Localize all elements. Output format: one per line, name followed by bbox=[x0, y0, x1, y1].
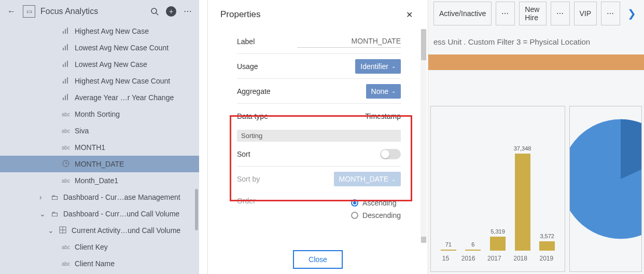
bar-value-label: 3,572 bbox=[540, 233, 554, 239]
filter-chip[interactable]: VIP bbox=[574, 2, 597, 25]
tree-item[interactable]: Average Year …r Year Change bbox=[0, 89, 199, 106]
tree: Highest Avg New CaseLowest Avg New Case … bbox=[0, 23, 199, 274]
order-desc-option[interactable]: Descending bbox=[351, 209, 401, 222]
prop-aggregate-row: Aggregate None ⌄ bbox=[237, 79, 401, 104]
tree-item-label: Current Activity…und Call Volume bbox=[72, 226, 180, 235]
svg-rect-11 bbox=[63, 81, 64, 84]
svg-rect-14 bbox=[63, 98, 64, 100]
order-field-label: Order bbox=[237, 197, 351, 205]
scroll-right-icon[interactable]: ❯ bbox=[624, 6, 639, 21]
sort-toggle[interactable] bbox=[380, 149, 401, 159]
filter-chip-more[interactable]: ⋯ bbox=[551, 2, 570, 25]
tree-item[interactable]: MONTH_DATE bbox=[0, 156, 199, 172]
close-button[interactable]: Close bbox=[293, 250, 343, 269]
usage-field-label: Usage bbox=[237, 62, 355, 71]
filter-chip-more[interactable]: ⋯ bbox=[601, 2, 620, 25]
measure-icon bbox=[61, 77, 71, 85]
usage-dropdown[interactable]: Identifier ⌄ bbox=[355, 59, 401, 74]
close-icon[interactable]: ✕ bbox=[403, 8, 415, 21]
chart-bar bbox=[465, 250, 481, 251]
tree-item-label: Lowest Avg New Case Count bbox=[75, 44, 169, 52]
svg-rect-10 bbox=[67, 61, 68, 67]
svg-rect-9 bbox=[65, 62, 66, 67]
tree-item[interactable]: Lowest Avg New Case Count bbox=[0, 39, 199, 56]
tree-item[interactable]: abcSiva bbox=[0, 122, 199, 139]
content-area: Active/Inactive⋯New Hire⋯VIP⋯ ❯ ess Unit… bbox=[428, 0, 644, 274]
aggregate-dropdown[interactable]: None ⌄ bbox=[366, 84, 401, 99]
tree-item[interactable]: Lowest Avg New Case bbox=[0, 56, 199, 73]
chevron-icon: ⌄ bbox=[48, 226, 55, 235]
module-icon: ▭ bbox=[23, 5, 35, 18]
sorting-section-header: Sorting bbox=[237, 130, 401, 142]
tree-item[interactable]: abcMonth_Date1 bbox=[0, 172, 199, 189]
filter-summary: ess Unit . Custom Filter 3 = Physical Lo… bbox=[428, 27, 644, 51]
filter-chip-more[interactable]: ⋯ bbox=[496, 2, 515, 25]
tree-item[interactable]: abcMonth Sorting bbox=[0, 106, 199, 122]
more-icon: ⋯ bbox=[501, 9, 509, 18]
modal-header: Properties ✕ bbox=[208, 0, 428, 29]
filter-bar: Active/Inactive⋯New Hire⋯VIP⋯ ❯ bbox=[428, 0, 644, 27]
filter-chip[interactable]: New Hire bbox=[519, 2, 546, 25]
grid-icon bbox=[59, 226, 67, 235]
label-input[interactable] bbox=[297, 35, 401, 48]
order-asc-option[interactable]: Ascending bbox=[351, 197, 401, 209]
tree-folder[interactable]: ›🗀Dashboard - Cur…ase Management bbox=[0, 189, 199, 206]
chevron-down-icon: ⌄ bbox=[391, 63, 396, 69]
modal-title: Properties bbox=[220, 9, 403, 20]
tree-item-label: Dashboard - Cur…ase Management bbox=[63, 193, 180, 201]
bar-value-label: 6 bbox=[471, 241, 474, 248]
svg-point-0 bbox=[151, 8, 157, 13]
prop-sort-row: Sort bbox=[237, 142, 401, 167]
sortby-field-label: Sort by bbox=[237, 175, 334, 183]
tree-folder[interactable]: ⌄🗀Dashboard - Curr…und Call Volume bbox=[0, 206, 199, 222]
svg-rect-15 bbox=[65, 95, 66, 100]
svg-rect-13 bbox=[67, 77, 68, 84]
more-icon: ⋯ bbox=[607, 9, 614, 18]
modal-scrollbar[interactable] bbox=[421, 29, 427, 243]
x-axis-label: 15 bbox=[442, 255, 449, 262]
abc-icon: abc bbox=[61, 144, 71, 150]
svg-rect-3 bbox=[65, 29, 66, 34]
abc-icon: abc bbox=[61, 244, 71, 250]
datatype-value: Timestamp bbox=[365, 112, 401, 120]
tree-item-label: Lowest Avg New Case bbox=[75, 60, 147, 68]
sortby-dropdown[interactable]: MONTH_DATE ⌄ bbox=[334, 172, 401, 186]
radio-icon bbox=[351, 199, 358, 207]
svg-rect-6 bbox=[65, 46, 66, 50]
tree-item[interactable]: Highest Avg New Case bbox=[0, 23, 199, 39]
tree-item-label: Highest Avg New Case Count bbox=[75, 77, 170, 85]
svg-rect-2 bbox=[63, 31, 64, 34]
tree-item[interactable]: abcClient Key bbox=[0, 239, 199, 255]
tree-folder[interactable]: ⌄Current Activity…und Call Volume bbox=[0, 222, 199, 239]
datatype-field-label: Data type bbox=[237, 112, 365, 120]
tree-item-label: Average Year …r Year Change bbox=[75, 93, 174, 102]
add-icon[interactable]: + bbox=[166, 6, 176, 17]
aggregate-field-label: Aggregate bbox=[237, 87, 366, 95]
tree-item[interactable]: Highest Avg New Case Count bbox=[0, 73, 199, 89]
tree-item[interactable]: abcMONTH1 bbox=[0, 139, 199, 156]
chevron-icon: › bbox=[39, 193, 47, 201]
tree-item-label: Month_Date1 bbox=[75, 176, 118, 185]
sidebar-scrollbar[interactable] bbox=[195, 23, 198, 274]
tree-item-label: Siva bbox=[75, 127, 89, 135]
chevron-down-icon: ⌄ bbox=[391, 88, 396, 94]
svg-rect-5 bbox=[63, 48, 64, 50]
prop-datatype-row: Data type Timestamp bbox=[237, 104, 401, 129]
svg-rect-7 bbox=[67, 44, 68, 50]
chart-bar bbox=[515, 154, 530, 251]
search-icon[interactable] bbox=[148, 5, 161, 18]
x-axis-label: 2017 bbox=[487, 255, 501, 262]
prop-usage-row: Usage Identifier ⌄ bbox=[237, 54, 401, 79]
folder-icon: 🗀 bbox=[51, 193, 59, 201]
tree-item-label: MONTH_DATE bbox=[75, 160, 124, 168]
filter-chip[interactable]: Active/Inactive bbox=[433, 2, 492, 25]
svg-rect-12 bbox=[65, 79, 66, 84]
prop-label-row: Label bbox=[237, 29, 401, 54]
back-icon[interactable]: ← bbox=[5, 5, 18, 18]
tree-item[interactable]: abcClient Name bbox=[0, 255, 199, 272]
folder-icon: 🗀 bbox=[51, 210, 59, 218]
tree-item-label: Client Name bbox=[75, 259, 115, 268]
abc-icon: abc bbox=[61, 111, 71, 117]
more-icon[interactable]: ⋯ bbox=[181, 5, 194, 18]
x-axis-label: 2016 bbox=[461, 255, 475, 262]
